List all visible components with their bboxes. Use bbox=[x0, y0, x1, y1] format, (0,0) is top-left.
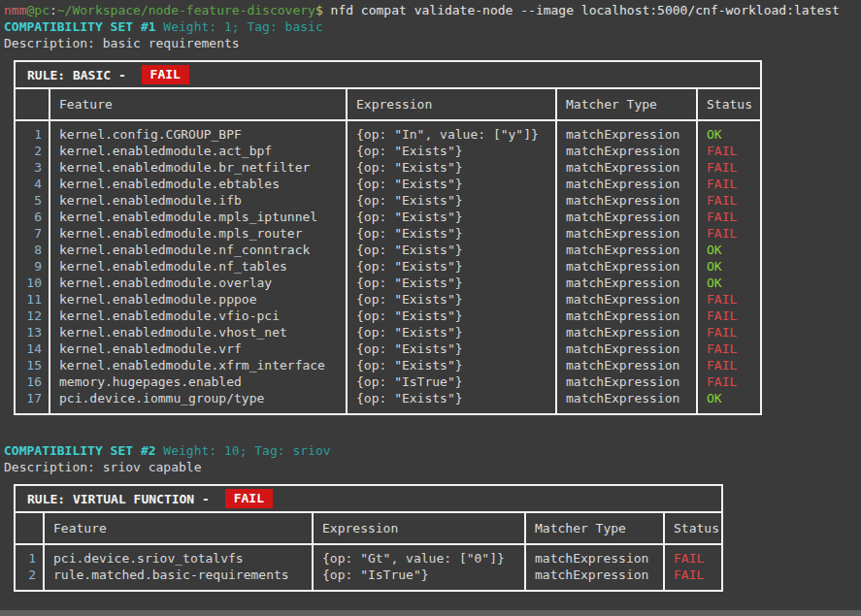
rule-title-label: RULE: BASIC - bbox=[27, 68, 134, 82]
prompt-line: nmm@pc:~/Workspace/node-feature-discover… bbox=[4, 2, 861, 18]
column-row-numbers: 12 bbox=[16, 545, 43, 590]
table-cell: kernel.enabledmodule.ebtables bbox=[50, 176, 346, 192]
table-cell: FAIL bbox=[698, 143, 760, 159]
table-cell: kernel.enabledmodule.mpls_iptunnel bbox=[50, 209, 346, 225]
table-cell: {op: "Exists"} bbox=[348, 340, 555, 357]
table-cell: FAIL bbox=[698, 159, 760, 176]
table-cell: kernel.enabledmodule.act_bpf bbox=[50, 143, 346, 159]
table-cell: matchExpression bbox=[557, 192, 696, 209]
table-cell: matchExpression bbox=[557, 258, 696, 275]
table-body: 12 pci.device.sriov_totalvfsrule.matched… bbox=[16, 545, 721, 590]
table-cell: matchExpression bbox=[557, 308, 696, 324]
rule-title-label: RULE: VIRTUAL FUNCTION - bbox=[27, 492, 217, 506]
column-expression: {op: "Gt", value: ["0"]}{op: "IsTrue"} bbox=[312, 545, 524, 590]
table-cell: FAIL bbox=[698, 209, 760, 225]
compat-set-1-description: Description: basic requirements bbox=[4, 35, 861, 51]
column-feature: kernel.config.CGROUP_BPFkernel.enabledmo… bbox=[49, 121, 346, 413]
table-cell: matchExpression bbox=[557, 390, 696, 406]
table-header-row: Feature Expression Matcher Type Status bbox=[16, 513, 721, 545]
col-header-expression: Expression bbox=[346, 89, 555, 119]
table-cell: matchExpression bbox=[526, 567, 663, 583]
table-cell: kernel.enabledmodule.nf_conntrack bbox=[50, 242, 346, 258]
row-number: 8 bbox=[16, 242, 49, 258]
table-header-row: Feature Expression Matcher Type Status bbox=[16, 89, 760, 121]
table-cell: matchExpression bbox=[557, 209, 696, 225]
col-header-matcher-type: Matcher Type bbox=[524, 513, 663, 543]
col-header-expression: Expression bbox=[312, 513, 524, 543]
table-cell: FAIL bbox=[698, 373, 760, 390]
table-cell: FAIL bbox=[698, 176, 760, 192]
prompt-path: ~/Workspace/node-feature-discovery bbox=[57, 3, 315, 17]
table-cell: OK bbox=[698, 258, 760, 275]
table-cell: pci.device.iommu_group/type bbox=[50, 390, 346, 406]
table-cell: matchExpression bbox=[557, 176, 696, 192]
row-number: 14 bbox=[16, 340, 49, 357]
compat-set-1-title: COMPATIBILITY SET #1 bbox=[4, 19, 156, 34]
row-number: 10 bbox=[16, 275, 49, 291]
table-cell: kernel.enabledmodule.overlay bbox=[50, 275, 346, 291]
table-cell: kernel.enabledmodule.pppoe bbox=[50, 291, 346, 308]
row-number: 3 bbox=[16, 159, 49, 176]
table-cell: kernel.enabledmodule.xfrm_interface bbox=[50, 357, 346, 373]
command-text: nfd compat validate-node --image localho… bbox=[323, 3, 840, 17]
table-cell: {op: "Exists"} bbox=[348, 291, 555, 308]
table-cell: FAIL bbox=[665, 567, 721, 583]
column-matcher-type: matchExpressionmatchExpressionmatchExpre… bbox=[555, 121, 696, 413]
row-number: 16 bbox=[16, 373, 49, 390]
row-number: 5 bbox=[16, 192, 49, 209]
col-header-status: Status bbox=[663, 513, 721, 543]
table-cell: {op: "Exists"} bbox=[348, 225, 555, 242]
table-cell: kernel.enabledmodule.vhost_net bbox=[50, 324, 346, 340]
table-cell: {op: "Exists"} bbox=[348, 242, 555, 258]
col-header-number bbox=[16, 89, 49, 119]
fail-status-badge: FAIL bbox=[142, 65, 189, 84]
col-header-feature: Feature bbox=[49, 89, 346, 119]
column-status: FAILFAIL bbox=[663, 545, 721, 590]
table-cell: OK bbox=[698, 242, 760, 258]
compat-set-2-description: Description: sriov capable bbox=[4, 459, 861, 475]
column-feature: pci.device.sriov_totalvfsrule.matched.ba… bbox=[43, 545, 312, 590]
row-number: 13 bbox=[16, 324, 49, 340]
column-row-numbers: 1234567891011121314151617 bbox=[16, 121, 49, 413]
row-number: 1 bbox=[16, 126, 49, 143]
table-cell: FAIL bbox=[698, 192, 760, 209]
table-cell: kernel.enabledmodule.mpls_router bbox=[50, 225, 346, 242]
row-number: 15 bbox=[16, 357, 49, 373]
row-number: 11 bbox=[16, 291, 49, 308]
rule-title-basic: RULE: BASIC - FAIL bbox=[16, 62, 760, 89]
prompt-user: nmm bbox=[4, 3, 26, 17]
table-cell: kernel.enabledmodule.nf_tables bbox=[50, 258, 346, 275]
table-cell: {op: "In", value: ["y"]} bbox=[348, 126, 555, 143]
column-expression: {op: "In", value: ["y"]}{op: "Exists"}{o… bbox=[346, 121, 555, 413]
col-header-feature: Feature bbox=[43, 513, 312, 543]
table-cell: matchExpression bbox=[557, 291, 696, 308]
table-cell: OK bbox=[698, 390, 760, 406]
rule-table-basic: RULE: BASIC - FAIL Feature Expression Ma… bbox=[14, 60, 762, 415]
table-cell: kernel.enabledmodule.vfio-pci bbox=[50, 308, 346, 324]
table-cell: matchExpression bbox=[557, 357, 696, 373]
table-cell: {op: "Exists"} bbox=[348, 390, 555, 406]
table-body: 1234567891011121314151617 kernel.config.… bbox=[16, 121, 760, 413]
table-cell: {op: "IsTrue"} bbox=[348, 373, 555, 390]
table-cell: memory.hugepages.enabled bbox=[50, 373, 346, 390]
table-cell: FAIL bbox=[698, 357, 760, 373]
row-number: 2 bbox=[16, 143, 49, 159]
row-number: 7 bbox=[16, 225, 49, 242]
row-number: 9 bbox=[16, 258, 49, 275]
terminal-screen[interactable]: nmm@pc:~/Workspace/node-feature-discover… bbox=[0, 0, 861, 592]
table-cell: matchExpression bbox=[557, 340, 696, 357]
row-number: 6 bbox=[16, 209, 49, 225]
compat-set-1-heading: COMPATIBILITY SET #1 Weight: 1; Tag: bas… bbox=[4, 18, 861, 35]
table-cell: matchExpression bbox=[557, 126, 696, 143]
table-cell: {op: "IsTrue"} bbox=[314, 567, 524, 583]
table-cell: {op: "Exists"} bbox=[348, 275, 555, 291]
table-cell: OK bbox=[698, 275, 760, 291]
table-cell: matchExpression bbox=[557, 242, 696, 258]
row-number: 1 bbox=[16, 550, 43, 567]
row-number: 2 bbox=[16, 567, 43, 583]
compat-set-2-title: COMPATIBILITY SET #2 bbox=[4, 443, 156, 458]
table-cell: {op: "Exists"} bbox=[348, 324, 555, 340]
prompt-colon: : bbox=[50, 3, 57, 17]
table-cell: {op: "Exists"} bbox=[348, 357, 555, 373]
table-cell: {op: "Exists"} bbox=[348, 308, 555, 324]
